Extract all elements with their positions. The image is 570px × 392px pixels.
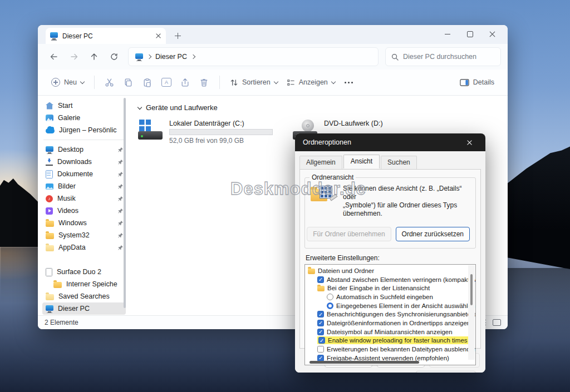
setting-window-preloading[interactable]: Enable window preloading for faster laun… [308,336,466,345]
share-button[interactable] [176,73,195,91]
sidebar-item-start[interactable]: Start [42,100,126,112]
tab-allgemein[interactable]: Allgemein [299,156,342,169]
dialog-title: Ordneroptionen [303,138,351,146]
apply-to-folders-button[interactable]: Für Ordner übernehmen [307,227,391,241]
sidebar-item-saved-searches[interactable]: Saved Searches [42,290,126,302]
delete-button[interactable] [195,73,214,91]
sidebar-item-downloads[interactable]: Downloads [42,156,126,168]
new-button[interactable]: Neu [47,73,89,91]
setting-abstand-verringern[interactable]: Abstand zwischen Elementen verringern (k… [308,275,466,284]
list-vertical-scrollbar[interactable] [468,265,475,360]
view-icon [287,78,295,87]
devices-section-header[interactable]: Geräte und Laufwerke [138,103,502,112]
cut-button[interactable] [100,73,119,91]
drive-c-tile[interactable]: Lokaler Datenträger (C:) 52,0 GB frei vo… [138,120,273,145]
checkbox-checked-icon[interactable] [317,320,324,326]
more-options-button[interactable] [340,73,358,91]
local-disk-icon [138,120,164,141]
checkbox-checked-icon[interactable] [318,337,325,344]
setting-dateisymbol-miniatur[interactable]: Dateisymbol auf Miniaturansichten anzeig… [308,328,466,336]
close-button[interactable] [481,25,503,43]
setting-group-dateien-und-ordner[interactable]: Dateien und Ordner [308,266,466,275]
sidebar-item-onedrive[interactable]: Jürgen – Persönlic [42,124,126,136]
checkbox-checked-icon[interactable] [317,276,324,283]
sidebar-item-desktop[interactable]: Desktop [42,143,126,156]
video-icon [46,207,53,215]
setting-eingegebenes-element[interactable]: Eingegebenes Element in der Ansicht ausw… [308,301,466,310]
details-pane-button[interactable]: Details [455,73,499,91]
home-icon [46,102,53,110]
defaults-button[interactable]: Standardwerte [416,371,476,373]
sidebar-item-galerie[interactable]: Galerie [42,112,126,124]
up-button[interactable] [85,48,104,66]
checkbox-unchecked-icon[interactable] [317,346,324,353]
setting-erweiterungen-ausblenden[interactable]: Erweiterungen bei bekannten Dateitypen a… [308,345,466,354]
large-icons-view-icon[interactable] [493,319,501,326]
reset-folders-button[interactable]: Ordner zurücksetzen [396,227,470,241]
setting-dateigroesseninfo[interactable]: Dateigrößeninformationen in Ordnertipps … [308,319,466,328]
sidebar-item-label: Windows [58,219,113,227]
tab-dieser-pc[interactable]: Dieser PC [46,28,166,44]
sidebar-item-dieser-pc[interactable]: Dieser PC [42,302,126,315]
close-icon [489,31,495,37]
advanced-settings-list[interactable]: Dateien und Ordner Abstand zwischen Elem… [304,264,476,365]
dialog-close-button[interactable] [461,133,478,151]
maximize-button[interactable] [459,25,481,43]
items-count: 2 Elemente [45,319,78,326]
tab-ansicht[interactable]: Ansicht [343,155,380,168]
copy-button[interactable] [119,73,138,91]
checkbox-checked-icon[interactable] [317,329,324,335]
search-box[interactable]: Dieser PC durchsuchen [385,47,501,66]
sidebar-scrollbar[interactable] [124,98,126,308]
pin-icon [117,208,124,214]
view-button[interactable]: Anzeigen [282,73,340,91]
breadcrumb-item-dieser-pc[interactable]: Dieser PC [155,53,187,61]
tab-suchen[interactable]: Suchen [381,156,417,169]
list-horizontal-scrollbar[interactable] [306,360,468,364]
radio-selected-icon[interactable] [327,302,333,309]
sidebar-item-windows[interactable]: Windows [42,217,126,229]
sidebar-item-system32[interactable]: System32 [42,229,126,241]
sort-button[interactable]: Sortieren [225,73,282,91]
ordneransicht-groupbox: Ordneransicht Sie können diese Ansicht (… [304,177,476,249]
trash-icon [199,78,209,87]
sidebar-item-appdata[interactable]: AppData [42,241,126,254]
dialog-titlebar: Ordneroptionen [295,133,485,151]
drive-name: Lokaler Datenträger (C:) [169,120,273,127]
sidebar-item-surface-duo[interactable]: Surface Duo 2 [42,266,126,278]
rename-button[interactable] [157,73,176,91]
setting-label: Benachrichtigungen des Synchronisierungs… [327,311,476,317]
setting-benachrichtigungen-sync[interactable]: Benachrichtigungen des Synchronisierungs… [308,310,466,319]
tab-close-icon[interactable] [155,33,161,39]
pin-icon [117,171,124,177]
up-arrow-icon [90,52,99,61]
radio-unselected-icon[interactable] [327,294,333,300]
sidebar-item-bilder[interactable]: Bilder [42,180,126,192]
breadcrumb[interactable]: Dieser PC [128,47,379,66]
details-pane-icon [460,78,469,87]
this-pc-icon [50,32,58,38]
desktop-icon [46,146,53,152]
new-tab-button[interactable] [170,28,185,43]
folder-view-description: Sie können diese Ansicht (z. B. „Details… [343,185,470,218]
minimize-button[interactable] [436,25,459,43]
sidebar-item-musik[interactable]: Musik [42,192,126,205]
setting-label: Enable window preloading for faster laun… [328,337,468,344]
wallpaper-right-reflection [500,268,570,340]
sidebar-item-dokumente[interactable]: Dokumente [42,168,126,180]
rename-icon [161,78,171,87]
sidebar-item-interner-speicher[interactable]: Interner Speiche [42,278,126,290]
paste-button[interactable] [138,73,157,91]
sidebar-item-label: Galerie [58,114,124,122]
scrollbar-thumb[interactable] [470,274,473,305]
refresh-button[interactable] [105,48,124,66]
folder-icon [46,245,54,251]
setting-automatisch-suchfeld[interactable]: Automatisch in Suchfeld eingeben [308,292,466,301]
checkbox-checked-icon[interactable] [317,311,324,317]
forward-button[interactable] [65,48,83,66]
setting-group-eingabe-listenansicht[interactable]: Bei der Eingabe in der Listenansicht [308,284,466,292]
sidebar-item-videos[interactable]: Videos [42,205,126,217]
new-label: Neu [64,78,77,86]
back-button[interactable] [45,48,63,66]
scrollbar-thumb[interactable] [309,361,419,364]
